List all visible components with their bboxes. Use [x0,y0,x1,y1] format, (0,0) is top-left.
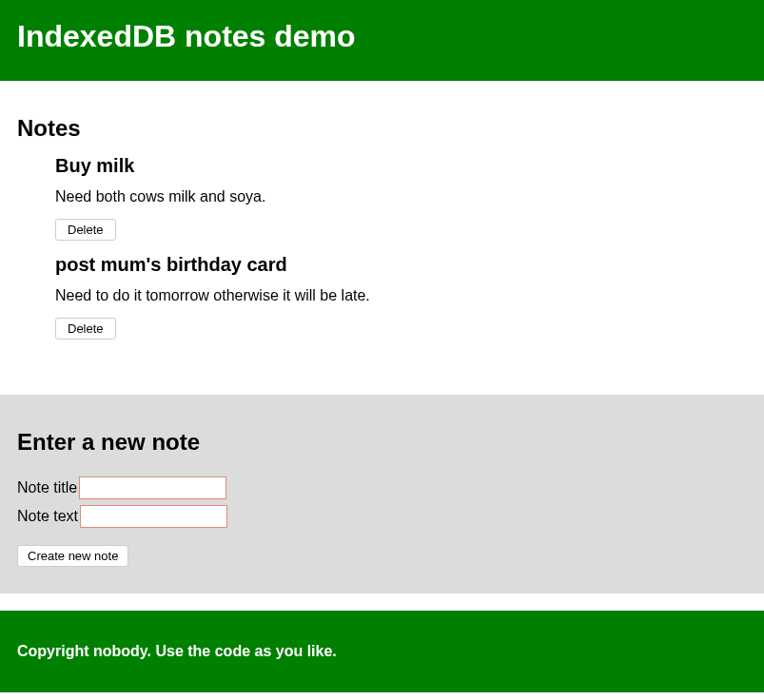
app-title: IndexedDB notes demo [17,19,747,54]
note-text-label: Note text [17,508,78,525]
notes-list: Buy milk Need both cows milk and soya. D… [17,155,747,340]
note-body: Need to do it tomorrow otherwise it will… [55,287,747,304]
note-item: post mum's birthday card Need to do it t… [55,254,747,340]
note-title: Buy milk [55,155,747,177]
note-body: Need both cows milk and soya. [55,188,747,205]
app-header: IndexedDB notes demo [0,0,764,81]
delete-button[interactable]: Delete [55,318,116,340]
app-footer: Copyright nobody. Use the code as you li… [0,611,764,692]
new-note-form-section: Enter a new note Note title Note text Cr… [0,395,764,593]
note-title-label: Note title [17,479,77,496]
note-title: post mum's birthday card [55,254,747,276]
form-row-title: Note title [17,476,747,499]
delete-button[interactable]: Delete [55,219,116,241]
form-row-text: Note text [17,505,747,528]
note-title-input[interactable] [79,476,226,499]
create-note-button[interactable]: Create new note [17,545,128,567]
form-heading: Enter a new note [17,429,747,456]
footer-text: Copyright nobody. Use the code as you li… [17,643,747,660]
note-text-input[interactable] [80,505,227,528]
note-item: Buy milk Need both cows milk and soya. D… [55,155,747,241]
notes-heading: Notes [17,115,747,142]
notes-main: Notes Buy milk Need both cows milk and s… [0,81,764,378]
